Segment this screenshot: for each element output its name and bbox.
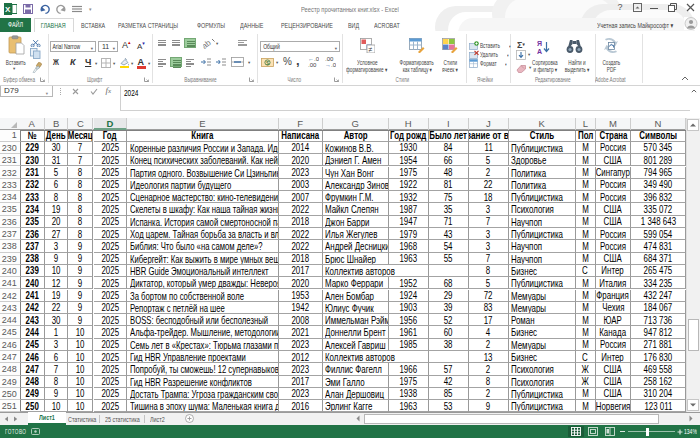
svg-text:≠: ≠	[369, 46, 373, 53]
svg-text:Я: Я	[537, 40, 542, 47]
svg-text:X: X	[5, 5, 11, 14]
svg-text:А: А	[537, 48, 542, 55]
svg-text:ab: ab	[203, 38, 213, 49]
